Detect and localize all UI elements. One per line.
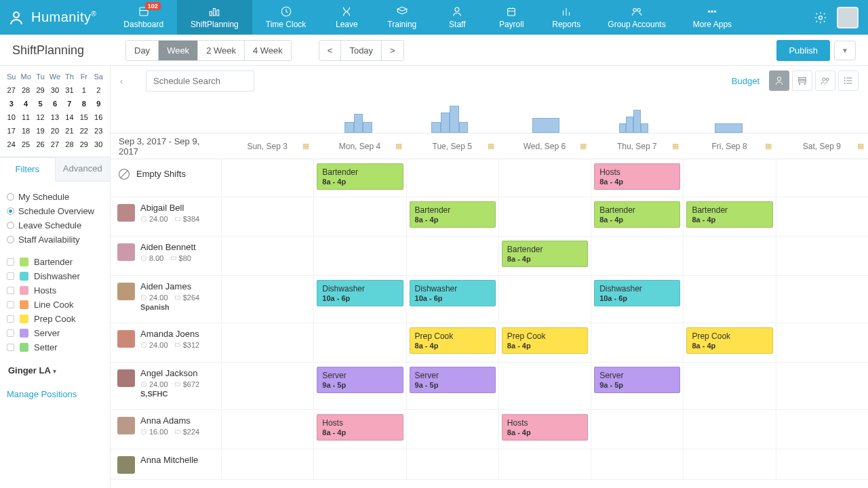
view-employee-icon[interactable] [769,70,789,91]
cal-day[interactable]: 30 [47,83,62,97]
cal-day[interactable]: 18 [18,124,33,138]
cal-day[interactable]: 8 [77,97,91,110]
publish-button[interactable]: Publish [776,40,830,61]
cal-day[interactable]: 21 [62,124,77,138]
nav-payroll[interactable]: Payroll [484,0,538,35]
staff-avatar[interactable] [117,204,135,222]
cal-day[interactable]: 22 [77,124,91,138]
next-button[interactable]: > [382,41,403,60]
staff-name[interactable]: Amanda Joens [140,329,199,339]
cal-day[interactable]: 10 [4,110,18,124]
cal-day[interactable]: 1 [77,83,91,97]
day-cell[interactable] [313,323,406,362]
cal-day[interactable]: 29 [33,83,47,97]
cal-day[interactable]: 5 [33,97,47,110]
day-cell[interactable]: Bartender8a - 4p [313,159,406,197]
cal-day[interactable]: 31 [62,83,77,97]
shift-block[interactable]: Server9a - 5p [594,367,680,393]
tab-advanced[interactable]: Advanced [56,157,111,181]
day-cell[interactable] [683,449,775,479]
shift-block[interactable]: Server9a - 5p [317,367,403,393]
position-filter-hosts[interactable]: Hosts [7,283,103,298]
cal-day[interactable]: 2 [92,83,106,97]
day-cell[interactable] [221,159,313,197]
position-filter-dishwasher[interactable]: Dishwasher [7,269,103,283]
day-cell[interactable] [221,276,313,323]
shift-block[interactable]: Dishwasher10a - 6p [594,280,680,306]
day-cell[interactable]: Bartender8a - 4p [683,197,775,236]
cal-day[interactable]: 27 [4,83,18,97]
period-week[interactable]: Week [159,41,198,60]
publish-dropdown[interactable]: ▼ [834,41,856,60]
day-cell[interactable] [591,237,683,275]
tab-filters[interactable]: Filters [0,157,56,182]
day-cell[interactable] [221,323,313,362]
day-cell[interactable] [221,410,313,449]
day-cell[interactable] [776,363,868,409]
day-cell[interactable] [313,449,406,479]
cal-day[interactable]: 26 [33,138,47,151]
day-cell[interactable] [313,237,406,275]
day-cell[interactable] [498,449,591,479]
cal-day[interactable]: 28 [62,138,77,151]
cal-day[interactable]: 12 [33,110,47,124]
shift-block[interactable]: Prep Cook8a - 4p [502,327,588,354]
shift-block[interactable]: Bartender8a - 4p [594,201,680,228]
day-cell[interactable] [221,197,313,236]
day-cell[interactable] [591,410,683,449]
period-day[interactable]: Day [126,41,159,60]
day-cell[interactable]: Dishwasher10a - 6p [591,276,683,323]
day-cell[interactable] [406,159,498,197]
budget-link[interactable]: Budget [732,76,760,86]
nav-leave[interactable]: Leave [319,0,374,35]
day-cell[interactable]: Dishwasher10a - 6p [313,276,406,323]
view-option-schedule-overview[interactable]: Schedule Overview [7,204,103,218]
cal-day[interactable]: 11 [18,110,33,124]
position-filter-setter[interactable]: Setter [7,340,103,354]
today-button[interactable]: Today [341,41,382,60]
manage-positions-link[interactable]: Manage Positions [0,382,110,406]
logo[interactable]: Humanity® [0,0,110,35]
user-avatar[interactable] [837,7,859,28]
position-filter-prep-cook[interactable]: Prep Cook [7,312,103,326]
cal-day[interactable]: 13 [47,110,62,124]
day-cell[interactable] [498,159,591,197]
day-cell[interactable]: Bartender8a - 4p [406,197,498,236]
staff-avatar[interactable] [117,243,135,261]
staff-avatar[interactable] [117,330,135,348]
nav-more-apps[interactable]: More Apps [679,0,745,35]
cal-day[interactable]: 9 [92,97,106,110]
day-cell[interactable] [776,276,868,323]
collapse-sidebar-icon[interactable]: ‹ [120,76,130,86]
day-cell[interactable]: Dishwasher10a - 6p [406,276,498,323]
cal-day[interactable]: 29 [77,138,91,151]
cal-day[interactable]: 17 [4,124,18,138]
cal-day[interactable]: 25 [18,138,33,151]
shift-block[interactable]: Prep Cook8a - 4p [686,327,772,354]
day-cell[interactable] [313,197,406,236]
period-2-week[interactable]: 2 Week [198,41,245,60]
staff-name[interactable]: Abigail Bell [140,203,199,213]
view-position-icon[interactable] [792,70,812,91]
day-cell[interactable] [406,237,498,275]
cal-day[interactable]: 16 [92,110,106,124]
view-option-staff-availability[interactable]: Staff Availability [7,232,103,247]
shift-block[interactable]: Dishwasher10a - 6p [317,280,403,306]
day-cell[interactable] [683,159,775,197]
nav-training[interactable]: Training [374,0,430,35]
cal-day[interactable]: 27 [47,138,62,151]
day-cell[interactable] [591,323,683,362]
day-cell[interactable] [406,449,498,479]
position-filter-server[interactable]: Server [7,326,103,340]
day-cell[interactable]: Server9a - 5p [406,363,498,409]
shift-block[interactable]: Server9a - 5p [410,367,496,393]
nav-shiftplanning[interactable]: ShiftPlanning [177,0,252,35]
day-cell[interactable] [498,197,591,236]
nav-group-accounts[interactable]: Group Accounts [594,0,679,35]
day-cell[interactable]: Hosts8a - 4p [313,410,406,449]
staff-avatar[interactable] [117,283,135,300]
day-cell[interactable] [221,237,313,275]
nav-time-clock[interactable]: Time Clock [252,0,320,35]
staff-name[interactable]: Aiden Bennett [140,242,196,252]
day-cell[interactable]: Hosts8a - 4p [498,410,591,449]
